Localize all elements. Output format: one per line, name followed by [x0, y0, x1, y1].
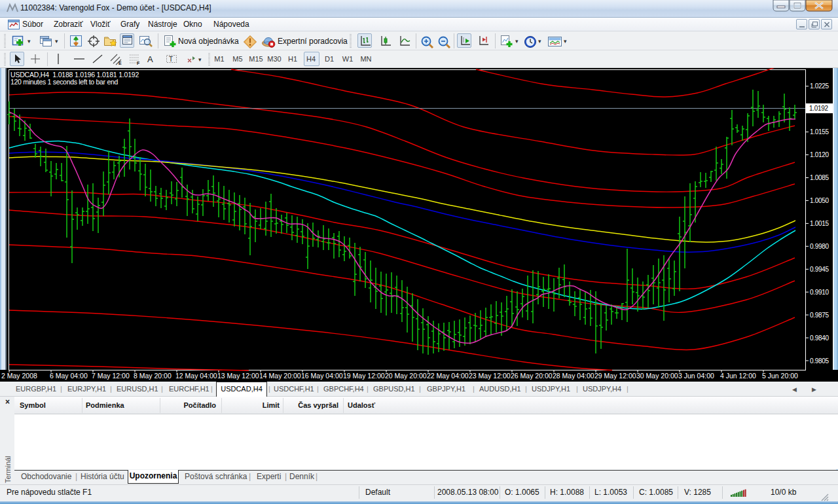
svg-text:2 May 2008: 2 May 2008 [1, 372, 37, 380]
svg-text:29 May 12:00: 29 May 12:00 [594, 372, 636, 380]
svg-text:20 May 20:00: 20 May 20:00 [385, 372, 427, 380]
svg-text:22 May 04:00: 22 May 04:00 [427, 372, 469, 380]
svg-text:26 May 20:00: 26 May 20:00 [511, 372, 553, 380]
svg-text:Terminál: Terminál [4, 456, 12, 483]
svg-text:0.9980: 0.9980 [810, 243, 829, 250]
svg-text:T: T [169, 56, 173, 63]
svg-text:0.9840: 0.9840 [810, 334, 829, 342]
svg-text:13 May 12:00: 13 May 12:00 [217, 372, 259, 380]
svg-text:1.0120: 1.0120 [810, 151, 829, 158]
svg-text:30 May 20:00: 30 May 20:00 [636, 372, 678, 380]
svg-text:1.0225: 1.0225 [810, 82, 829, 90]
svg-text:14 May 20:00: 14 May 20:00 [259, 372, 301, 380]
svg-text:7 May 12:00: 7 May 12:00 [92, 372, 130, 380]
svg-text:F: F [137, 61, 140, 65]
svg-text:0.9945: 0.9945 [810, 266, 829, 273]
svg-text:1.0015: 1.0015 [810, 220, 829, 227]
svg-text:1.0192: 1.0192 [809, 105, 829, 112]
svg-text:28 May 04:00: 28 May 04:00 [553, 372, 594, 380]
svg-text:0.9910: 0.9910 [810, 289, 829, 296]
svg-text:3 Jun 04:00: 3 Jun 04:00 [678, 372, 714, 380]
svg-text:1.0050: 1.0050 [810, 197, 829, 204]
svg-text:6 May 04:00: 6 May 04:00 [50, 372, 88, 380]
svg-text:E: E [118, 61, 122, 65]
svg-text:0.9875: 0.9875 [810, 312, 829, 319]
svg-text:5 Jun 20:00: 5 Jun 20:00 [762, 372, 798, 380]
svg-text:8 May 20:00: 8 May 20:00 [134, 372, 172, 380]
svg-text:12 May 04:00: 12 May 04:00 [175, 372, 217, 380]
svg-text:1.0155: 1.0155 [810, 128, 829, 135]
svg-text:1.0085: 1.0085 [810, 174, 829, 181]
svg-text:120 minutes 1 seconds left to: 120 minutes 1 seconds left to bar end [10, 78, 118, 86]
svg-text:16 May 04:00: 16 May 04:00 [301, 372, 343, 380]
svg-text:0.9805: 0.9805 [810, 357, 829, 365]
svg-text:23 May 12:00: 23 May 12:00 [469, 372, 511, 380]
svg-text:4 Jun 12:00: 4 Jun 12:00 [720, 372, 756, 380]
svg-text:19 May 12:00: 19 May 12:00 [343, 372, 385, 380]
